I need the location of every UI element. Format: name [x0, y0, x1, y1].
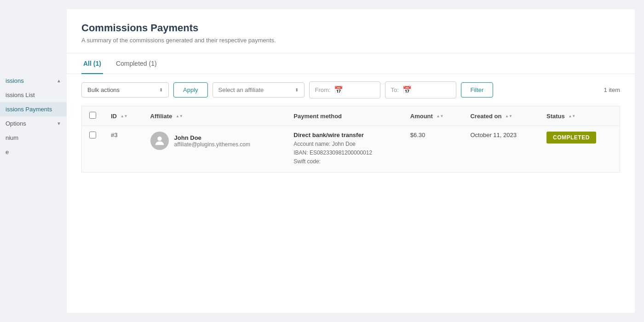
item-count: 1 item — [604, 86, 620, 93]
sidebar-item-commissions-payments[interactable]: issions Payments — [0, 102, 67, 116]
table-header-row: ID ▲▼ Affiliate ▲▼ Payment method Amount… — [82, 106, 620, 126]
from-label: From: — [315, 86, 331, 93]
apply-button[interactable]: Apply — [173, 82, 208, 98]
page-subtitle: A summary of the commissions generated a… — [81, 37, 620, 44]
amount-sort-icon[interactable]: ▲▼ — [437, 115, 444, 118]
row-affiliate: John Doe affiliate@plugins.yithemes.com — [143, 126, 287, 172]
sidebar-section-label: issions — [6, 77, 24, 84]
affiliate-info: John Doe affiliate@plugins.yithemes.com — [174, 134, 250, 148]
avatar — [150, 132, 169, 150]
to-label: To: — [391, 86, 399, 93]
created-sort-icon[interactable]: ▲▼ — [505, 115, 512, 118]
id-sort-icon[interactable]: ▲▼ — [121, 115, 128, 118]
iban: IBAN: ES082330981200000012 — [293, 149, 396, 157]
filter-button[interactable]: Filter — [461, 82, 494, 98]
swift: Swift code: — [293, 157, 396, 166]
affiliate-sort-icon[interactable]: ▲▼ — [176, 115, 183, 118]
from-date-input[interactable]: From: 📅 — [309, 81, 380, 98]
sidebar-item-extra[interactable]: e — [0, 145, 67, 159]
header-status: Status ▲▼ — [539, 106, 620, 126]
main-content: Commissions Payments A summary of the co… — [67, 9, 635, 313]
header-id: ID ▲▼ — [104, 106, 143, 126]
sidebar-item-commissions-list[interactable]: issions List — [0, 88, 67, 102]
chevron-up-icon: ▲ — [57, 78, 61, 83]
to-calendar-icon: 📅 — [402, 86, 412, 94]
table-container: ID ▲▼ Affiliate ▲▼ Payment method Amount… — [67, 106, 635, 187]
payment-method-title: Direct bank/wire transfer — [293, 132, 396, 138]
bulk-actions-label: Bulk actions — [87, 86, 120, 93]
status-badge: COMPLETED — [546, 132, 596, 144]
row-status: COMPLETED — [539, 126, 620, 172]
affiliate-cell: John Doe affiliate@plugins.yithemes.com — [150, 132, 279, 150]
to-date-input[interactable]: To: 📅 — [385, 81, 456, 98]
page-header: Commissions Payments A summary of the co… — [67, 9, 635, 53]
row-amount: $6.30 — [403, 126, 463, 172]
tab-all-label: All (1) — [83, 60, 101, 67]
header-payment-method: Payment method — [286, 106, 403, 126]
affiliate-chevron-icon: ⬍ — [295, 87, 299, 92]
account-name: Account name: John Doe — [293, 140, 396, 149]
bulk-actions-dropdown[interactable]: Bulk actions ⬍ — [81, 82, 169, 98]
svg-point-0 — [157, 137, 161, 141]
row-checkbox-cell — [82, 126, 104, 172]
affiliate-select-dropdown[interactable]: Select an affiliate ⬍ — [213, 82, 305, 98]
toolbar: Bulk actions ⬍ Apply Select an affiliate… — [67, 74, 635, 106]
tabs-bar: All (1) Completed (1) — [67, 53, 635, 74]
chevron-down-icon: ▼ — [57, 121, 61, 126]
tab-all[interactable]: All (1) — [81, 53, 103, 74]
user-avatar-icon — [153, 134, 166, 147]
header-affiliate: Affiliate ▲▼ — [143, 106, 287, 126]
sidebar-item-premium[interactable]: nium — [0, 131, 67, 145]
affiliate-select-placeholder: Select an affiliate — [218, 86, 264, 93]
select-all-checkbox[interactable] — [89, 112, 96, 119]
tab-completed-label: Completed (1) — [116, 60, 157, 67]
sidebar: issions ▲ issions List issions Payments … — [0, 0, 67, 322]
tab-completed[interactable]: Completed (1) — [114, 53, 159, 74]
bulk-actions-chevron-icon: ⬍ — [159, 87, 163, 92]
table-row: #3 John Doe affi — [82, 126, 620, 172]
sidebar-section-options-label: Options — [6, 120, 26, 127]
header-created-on: Created on ▲▼ — [463, 106, 539, 126]
commissions-table: ID ▲▼ Affiliate ▲▼ Payment method Amount… — [81, 106, 620, 172]
from-calendar-icon: 📅 — [334, 86, 343, 94]
header-amount: Amount ▲▼ — [403, 106, 463, 126]
header-checkbox-cell — [82, 106, 104, 126]
sidebar-section-options[interactable]: Options ▼ — [0, 116, 67, 131]
affiliate-name: John Doe — [174, 134, 250, 141]
affiliate-email: affiliate@plugins.yithemes.com — [174, 141, 250, 148]
row-id: #3 — [104, 126, 143, 172]
status-sort-icon[interactable]: ▲▼ — [568, 115, 575, 118]
page-title: Commissions Payments — [81, 22, 620, 34]
sidebar-section-commissions[interactable]: issions ▲ — [0, 74, 67, 88]
row-payment-method: Direct bank/wire transfer Account name: … — [286, 126, 403, 172]
row-checkbox[interactable] — [89, 132, 96, 138]
row-created-on: October 11, 2023 — [463, 126, 539, 172]
